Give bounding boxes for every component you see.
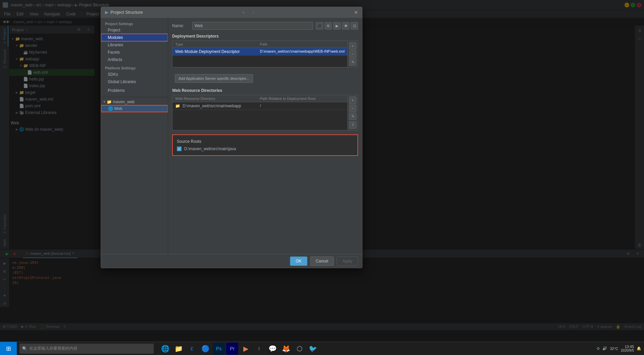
name-icon-btn-1[interactable]: ⬛ <box>316 22 323 29</box>
project-settings-section: Project Settings Project Modules Librari… <box>101 20 168 63</box>
taskbar-app-ps[interactable]: Ps <box>213 343 225 355</box>
sidebar-item-modules[interactable]: Modules <box>101 34 168 41</box>
wr-col2-header: Path Relative to Deployment Root <box>260 97 345 101</box>
dd-table-header: Type Path <box>172 41 347 48</box>
dialog-footer: OK Cancel Apply <box>101 254 362 268</box>
wr-add-btn[interactable]: + <box>349 97 356 104</box>
module-tree-parent-label: maven_web <box>113 100 135 104</box>
clock-time: 13:45 <box>625 345 634 349</box>
project-structure-dialog: ▶ Project Structure + − ✕ Project Settin… <box>101 7 362 268</box>
wr-panel: Web Resource Directory Path Relative to … <box>172 95 358 130</box>
dd-edit-btn[interactable]: ✎ <box>349 58 356 66</box>
taskbar-app-intellij[interactable]: ▶ <box>240 343 252 355</box>
sidebar-item-problems[interactable]: Problems <box>101 87 168 94</box>
wr-with-toolbar: Web Resource Directory Path Relative to … <box>172 95 358 130</box>
taskbar-app-idea[interactable]: I <box>253 343 265 355</box>
taskbar-app-folder[interactable]: 📁 <box>172 343 185 355</box>
wr-content: Web Resource Directory Path Relative to … <box>172 95 347 130</box>
platform-settings-section: Platform Settings SDKs Global Libraries <box>101 65 168 85</box>
name-icon-btn-4[interactable]: ✱ <box>342 22 349 29</box>
source-roots-section: Source Roots ✓ D:\maven_web\src\main\jav… <box>172 134 358 156</box>
dd-add-btn[interactable]: + <box>349 42 356 50</box>
module-tree-web[interactable]: 🌐 Web <box>101 105 168 112</box>
sidebar-item-global-libraries[interactable]: Global Libraries <box>101 78 168 85</box>
sidebar-item-artifacts[interactable]: Artifacts <box>101 56 168 63</box>
wr-col1-header: Web Resource Directory <box>175 97 260 101</box>
ok-button[interactable]: OK <box>290 256 307 266</box>
wr-row-dir: 📁 D:\maven_web\src\main\webapp <box>175 104 260 108</box>
dialog-sidebar: Project Settings Project Modules Librari… <box>101 18 168 254</box>
name-icon-btn-2[interactable]: ⚙ <box>325 22 332 29</box>
weather-text: 32°C <box>610 347 618 351</box>
source-root-checkbox[interactable]: ✓ <box>177 146 182 151</box>
dialog-main-content: Name: ⬛ ⚙ ▶ ✱ ⊡ Deployment Descriptors <box>168 18 362 254</box>
dd-col2-header: Path <box>260 42 345 46</box>
add-descriptor-btn[interactable]: Add Application Server specific descript… <box>175 74 253 83</box>
expand-arrow: ▼ <box>102 100 106 104</box>
dialog-nav: + − <box>240 9 257 16</box>
module-tree-root[interactable]: ▼ 📁 maven_web <box>101 99 168 105</box>
apply-button[interactable]: Apply <box>337 256 358 266</box>
deployment-descriptors-panel: Type Path Web Module Deployment Descript… <box>172 41 358 67</box>
dd-with-toolbar: Type Path Web Module Deployment Descript… <box>172 41 358 67</box>
cancel-button[interactable]: Cancel <box>310 256 334 266</box>
dialog-title-text: Project Structure <box>110 10 143 15</box>
taskbar-app-ie[interactable]: 🌐 <box>159 343 171 355</box>
taskbar-app-pr[interactable]: Pr <box>226 343 238 355</box>
wr-edit-btn[interactable]: ✎ <box>349 113 356 120</box>
name-input[interactable] <box>192 22 313 30</box>
problems-section: Problems <box>101 87 168 94</box>
dialog-title-icon: ▶ <box>105 10 108 15</box>
dd-title: Deployment Descriptors <box>172 34 358 39</box>
taskbar-app-edge[interactable]: ε <box>186 343 198 355</box>
wr-table-header: Web Resource Directory Path Relative to … <box>172 95 347 102</box>
dialog-overlay: ▶ Project Structure + − ✕ Project Settin… <box>0 0 644 342</box>
dialog-close-btn[interactable]: ✕ <box>354 10 358 15</box>
taskbar-search[interactable]: 🔍 在这里输入你要搜索的内容 <box>19 344 154 354</box>
taskbar-app-chrome[interactable]: 🔵 <box>199 343 211 355</box>
taskbar-app-extra2[interactable]: ⬡ <box>293 343 305 355</box>
sidebar-item-project[interactable]: Project <box>101 26 168 34</box>
sidebar-item-facets[interactable]: Facets <box>101 49 168 56</box>
source-roots-title: Source Roots <box>177 139 353 144</box>
wr-row-0[interactable]: 📁 D:\maven_web\src\main\webapp / <box>172 102 347 110</box>
name-label: Name: <box>172 23 192 28</box>
name-icon-toolbar: ⬛ ⚙ ▶ ✱ ⊡ <box>316 22 358 29</box>
wr-toolbar: + − ✎ ? <box>347 95 358 130</box>
wr-help-btn[interactable]: ? <box>349 121 356 129</box>
dd-row-path: D:\maven_web\src\main\webapp\WEB-INF\web… <box>260 49 345 54</box>
source-root-row: ✓ D:\maven_web\src\main\java <box>177 146 353 151</box>
platform-settings-heading: Platform Settings <box>101 65 168 71</box>
dd-remove-btn[interactable]: − <box>349 50 356 58</box>
dd-row-0[interactable]: Web Module Deployment Descriptor D:\mave… <box>172 48 347 56</box>
name-icon-btn-3[interactable]: ▶ <box>333 22 341 29</box>
tray-network: ⊙ <box>597 346 600 351</box>
dialog-title-bar: ▶ Project Structure + − ✕ <box>101 7 362 18</box>
module-folder-icon: 📁 <box>106 99 112 105</box>
name-row: Name: ⬛ ⚙ ▶ ✱ ⊡ <box>172 22 358 30</box>
taskbar-apps: 🌐 📁 ε 🔵 Ps Pr ▶ I 💬 🦊 ⬡ 🐦 <box>159 343 319 355</box>
taskbar-app-weixin[interactable]: 💬 <box>266 343 279 355</box>
dialog-body: Project Settings Project Modules Librari… <box>101 18 362 254</box>
sidebar-item-libraries[interactable]: Libraries <box>101 41 168 49</box>
dialog-add-btn[interactable]: + <box>240 9 247 16</box>
wr-remove-btn[interactable]: − <box>349 105 356 112</box>
dialog-remove-btn[interactable]: − <box>250 9 257 16</box>
tray-weather: 32°C <box>610 347 618 351</box>
taskbar: ⊞ 🔍 在这里输入你要搜索的内容 🌐 📁 ε 🔵 Ps Pr ▶ I 💬 🦊 ⬡… <box>0 342 644 355</box>
tray-notifications[interactable]: 🔔 <box>637 346 641 351</box>
web-module-icon: 🌐 <box>108 106 113 111</box>
source-root-path: D:\maven_web\src\main\java <box>184 146 236 151</box>
name-icon-btn-5[interactable]: ⊡ <box>351 22 358 29</box>
dd-toolbar: + − ✎ <box>347 41 358 67</box>
project-settings-heading: Project Settings <box>101 20 168 26</box>
dd-row-type: Web Module Deployment Descriptor <box>175 49 260 54</box>
taskbar-app-extra1[interactable]: 🦊 <box>280 343 292 355</box>
dd-content: Type Path Web Module Deployment Descript… <box>172 41 347 67</box>
sidebar-item-sdks[interactable]: SDKs <box>101 71 168 78</box>
start-button[interactable]: ⊞ <box>0 342 17 355</box>
web-resource-panel: Web Resource Directories Web Resource Di… <box>172 88 358 130</box>
taskbar-app-extra3[interactable]: 🐦 <box>307 343 319 355</box>
tray-sound: 🔊 <box>602 346 607 351</box>
search-icon: 🔍 <box>22 346 27 351</box>
